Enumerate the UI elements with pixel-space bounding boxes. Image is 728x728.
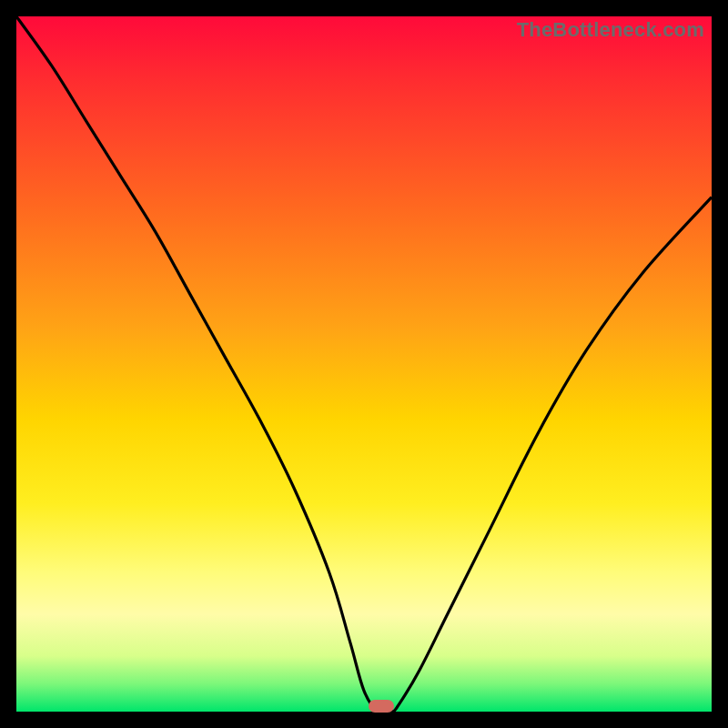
chart-plot-area: TheBottleneck.com: [16, 16, 712, 712]
chart-line-path: [16, 16, 712, 713]
chart-stage: TheBottleneck.com: [0, 0, 728, 728]
chart-line: [16, 16, 712, 712]
chart-marker: [369, 700, 394, 713]
